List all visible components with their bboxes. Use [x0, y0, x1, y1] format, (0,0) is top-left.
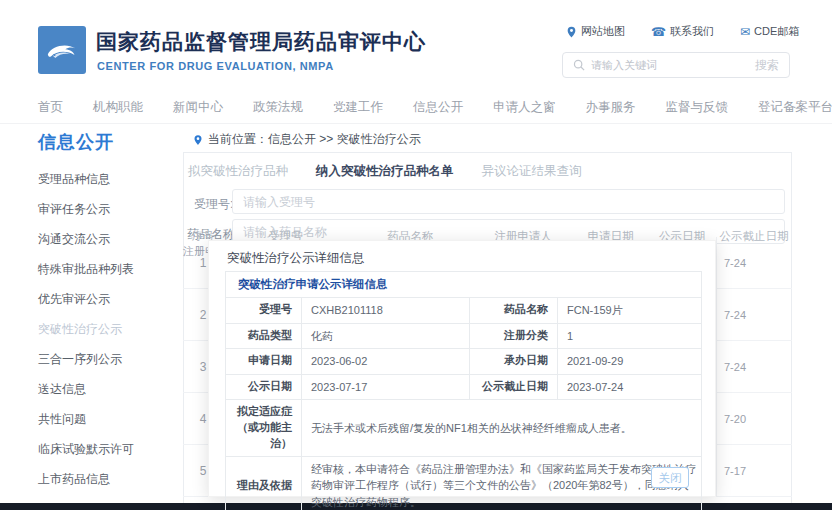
field-value-drug-name: FCN-159片 [558, 298, 702, 324]
field-value-publicity-deadline: 2023-07-24 [558, 374, 702, 400]
nav-item-registration-platform[interactable]: 登记备案平台 [758, 99, 832, 116]
field-value-receipt-number: CXHB2101118 [302, 298, 470, 324]
sidebar: 信息公开 受理品种信息 审评任务公示 沟通交流公示 特殊审批品种列表 优先审评公… [38, 130, 180, 510]
field-value-publicity-date: 2023-07-17 [302, 374, 470, 400]
contact-label: 联系我们 [670, 24, 714, 39]
modal-title: 突破性治疗公示详细信息 [227, 250, 365, 267]
sidebar-item-breakthrough-therapy[interactable]: 突破性治疗公示 [38, 314, 180, 344]
sidebar-item-marketed-drugs[interactable]: 上市药品信息 [38, 464, 180, 494]
field-label-reason-basis: 理由及依据 [226, 456, 302, 510]
nav-item-info-disclosure[interactable]: 信息公开 [413, 99, 463, 116]
nav-item-news[interactable]: 新闻中心 [173, 99, 223, 116]
detail-section-title: 突破性治疗申请公示详细信息 [226, 272, 701, 297]
row-deadline: 7-20 [716, 393, 792, 444]
mail-icon: ✉ [740, 26, 750, 38]
main-nav: 首页 机构职能 新闻中心 政策法规 党建工作 信息公开 申请人之窗 办事服务 监… [0, 92, 832, 124]
site-title: 国家药品监督管理局药品审评中心 [96, 28, 426, 56]
cde-logo [38, 26, 86, 74]
receipt-number-label: 受理号: [194, 196, 233, 213]
search-input[interactable] [591, 59, 749, 71]
phone-icon: ☎ [651, 26, 666, 38]
nav-item-home[interactable]: 首页 [38, 99, 63, 116]
nav-item-party[interactable]: 党建工作 [333, 99, 383, 116]
tab-proposed-breakthrough[interactable]: 拟突破性治疗品种 [188, 163, 288, 180]
field-label-undertaking-date: 承办日期 [470, 349, 558, 375]
close-button[interactable]: 关闭 [651, 467, 689, 488]
field-value-reason-basis: 经审核，本申请符合《药品注册管理办法》和《国家药监局关于发布突破性治疗药物审评工… [302, 456, 702, 510]
field-label-drug-type: 药品类型 [226, 323, 302, 349]
sitemap-link[interactable]: 网站地图 [566, 24, 625, 39]
breadcrumb-text: 当前位置：信息公开 >> 突破性治疗公示 [208, 131, 421, 148]
location-pin-icon [193, 134, 203, 146]
field-value-application-date: 2023-06-02 [302, 349, 470, 375]
contact-link[interactable]: ☎ 联系我们 [651, 24, 714, 39]
tab-objection-results[interactable]: 异议论证结果查询 [482, 163, 582, 180]
field-label-drug-name: 药品名称 [470, 298, 558, 324]
field-label-application-date: 申请日期 [226, 349, 302, 375]
field-value-indication: 无法手术或术后残留/复发的NF1相关的丛状神经纤维瘤成人患者。 [302, 400, 702, 457]
field-value-registration-class: 1 [558, 323, 702, 349]
field-label-registration-class: 注册分类 [470, 323, 558, 349]
row-deadline: 7-24 [716, 289, 792, 340]
nav-item-functions[interactable]: 机构职能 [93, 99, 143, 116]
nav-item-supervision[interactable]: 监督与反馈 [666, 99, 729, 116]
receipt-number-input[interactable] [232, 189, 785, 214]
search-icon [573, 59, 585, 71]
sidebar-item-common-issues[interactable]: 共性问题 [38, 404, 180, 434]
site-subtitle: CENTER FOR DRUG EVALUATION, NMPA [97, 60, 334, 72]
logo-swoosh-icon [42, 30, 82, 70]
sidebar-item-special-approval[interactable]: 特殊审批品种列表 [38, 254, 180, 284]
nav-item-applicant[interactable]: 申请人之窗 [493, 99, 556, 116]
sidebar-item-clinical-trial-license[interactable]: 临床试验默示许可 [38, 434, 180, 464]
cde-mail-link[interactable]: ✉ CDE邮箱 [740, 24, 799, 39]
search-button[interactable]: 搜索 [755, 57, 779, 74]
tab-included-breakthrough-list[interactable]: 纳入突破性治疗品种名单 [316, 163, 454, 180]
map-pin-icon [566, 26, 577, 38]
field-value-undertaking-date: 2021-09-29 [558, 349, 702, 375]
sidebar-item-accepted-varieties[interactable]: 受理品种信息 [38, 164, 180, 194]
tab-bar: 拟突破性治疗品种 纳入突破性治疗品种名单 异议论证结果查询 [188, 163, 582, 180]
site-search: 搜索 [562, 52, 790, 78]
nav-item-policy[interactable]: 政策法规 [253, 99, 303, 116]
sitemap-label: 网站地图 [581, 24, 625, 39]
field-label-receipt-number: 受理号 [226, 298, 302, 324]
row-deadline: 7-24 [716, 341, 792, 392]
field-label-publicity-deadline: 公示截止日期 [470, 374, 558, 400]
sidebar-item-communication[interactable]: 沟通交流公示 [38, 224, 180, 254]
sidebar-item-delivery-info[interactable]: 送达信息 [38, 374, 180, 404]
sidebar-title: 信息公开 [38, 130, 180, 154]
field-label-publicity-date: 公示日期 [226, 374, 302, 400]
header-quick-links: 网站地图 ☎ 联系我们 ✉ CDE邮箱 [566, 24, 799, 39]
row-deadline: 7-24 [716, 237, 792, 288]
sidebar-item-priority-review[interactable]: 优先审评公示 [38, 284, 180, 314]
field-label-indication: 拟定适应症（或功能主治） [226, 400, 302, 457]
detail-table: 突破性治疗申请公示详细信息 受理号 CXHB2101118 药品名称 FCN-1… [225, 271, 702, 510]
row-deadline: 7-17 [716, 445, 792, 496]
sidebar-item-three-in-one[interactable]: 三合一序列公示 [38, 344, 180, 374]
breadcrumb: 当前位置：信息公开 >> 突破性治疗公示 [193, 131, 421, 148]
field-value-drug-type: 化药 [302, 323, 470, 349]
page: 国家药品监督管理局药品审评中心 CENTER FOR DRUG EVALUATI… [0, 0, 832, 510]
cde-mail-label: CDE邮箱 [754, 24, 799, 39]
sidebar-item-review-tasks[interactable]: 审评任务公示 [38, 194, 180, 224]
nav-item-services[interactable]: 办事服务 [586, 99, 636, 116]
detail-modal: 突破性治疗公示详细信息 突破性治疗申请公示详细信息 受理号 CXHB210111… [208, 240, 716, 497]
